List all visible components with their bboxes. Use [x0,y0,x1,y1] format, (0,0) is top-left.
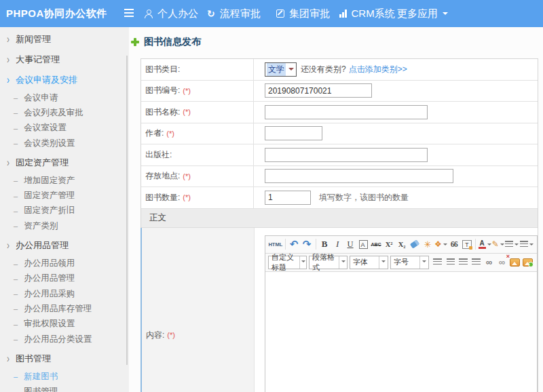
highlight-color-button[interactable]: ✎ [492,237,504,252]
chevron-right-icon: › [7,54,10,66]
redo-icon[interactable]: ↷ [301,237,313,252]
nav-workflow-approval[interactable]: ↻ 流程审批 [207,0,261,27]
nav-group-approval[interactable]: 集团审批 [276,0,330,27]
sidebar-item-supplies-category[interactable]: –办公用品分类设置 [0,332,129,347]
sidebar-group-office-supplies[interactable]: ›办公用品管理 [0,235,129,256]
dash-icon: – [14,305,18,313]
strikethrough-button[interactable]: ABC [371,237,382,252]
page-title: 图书信息发布 [131,36,201,48]
sidebar-group-meeting[interactable]: ›会议申请及安排 [0,70,129,90]
sparkle-icon: ❖ [434,239,442,249]
editor-canvas[interactable] [265,272,537,392]
dash-icon: – [14,207,18,215]
auto-typeset-button[interactable]: ❖ [435,237,447,252]
form-row-book-name: 图书名称:(*) [141,102,538,123]
font-family-select[interactable]: 字体 [350,256,388,269]
sidebar-item-supplies-stock[interactable]: –办公用品库存管理 [0,301,129,316]
sidebar-group-fixed-assets[interactable]: ›固定资产管理 [0,153,129,173]
sidebar-item-asset-category[interactable]: –资产类别 [0,218,129,233]
sidebar-item-meeting-category[interactable]: –会议类别设置 [0,136,129,151]
caret-down-icon [443,243,447,248]
sidebar-scrollbar[interactable] [126,56,128,365]
dash-icon: – [14,222,18,230]
book-name-input[interactable] [265,105,428,119]
nav-crm-system[interactable]: CRM系统 [339,0,395,27]
undo-icon[interactable]: ↶ [288,237,300,252]
chevron-right-icon: › [7,33,10,45]
add-category-link[interactable]: 点击添加类别>> [349,64,407,75]
blockquote-button[interactable]: 66 [448,237,460,252]
sidebar-item-book-manage[interactable]: –图书管理 [0,384,129,392]
align-right-icon[interactable] [457,255,469,270]
rich-text-editor: HTML ↶ ↷ B I U A ABC X² X₂ ✳ [265,235,538,392]
sidebar-item-new-book[interactable]: –新建图书 [0,369,129,384]
align-center-icon[interactable] [445,255,456,270]
unlink-icon[interactable]: ∞ [496,255,508,270]
dash-icon: – [14,260,18,268]
sidebar-group-books[interactable]: ›图书管理 [0,349,129,369]
align-left-icon[interactable] [432,255,443,270]
author-input[interactable] [265,126,322,140]
sidebar-item-approval-permission[interactable]: –审批权限设置 [0,317,129,332]
nav-label: CRM系统 [352,7,395,20]
unordered-list-button[interactable] [520,237,533,252]
sidebar-item-meeting-apply[interactable]: –会议申请 [0,90,129,105]
nav-more-apps[interactable]: 更多应用 [397,0,448,27]
paragraph-select[interactable]: 段落格式 [309,256,348,269]
sidebar-item-meeting-room[interactable]: –会议室设置 [0,121,129,136]
sidebar-item-supplies-manage[interactable]: –办公用品管理 [0,271,129,286]
publisher-input[interactable] [265,148,428,162]
form-row-book-number: 图书编号:(*) [141,81,538,102]
sidebar-group-news[interactable]: ›新闻管理 [0,29,129,50]
sidebar-item-asset-depreciation[interactable]: –固定资产折旧 [0,203,129,218]
superscript-button[interactable]: X² [383,237,395,252]
field-label: 作者: [145,128,164,139]
dash-icon: – [14,290,18,298]
align-justify-icon[interactable] [470,255,482,270]
dash-icon: – [14,109,18,117]
process-icon: ↻ [207,9,215,18]
section-header-body: 正文 [141,209,538,228]
paste-plain-text-button[interactable]: T [461,237,472,252]
sidebar-item-supplies-purchase[interactable]: –办公用品采购 [0,286,129,301]
location-input[interactable] [265,169,453,183]
italic-button[interactable]: I [332,237,343,252]
toolbar-separator [475,239,476,250]
insert-image-icon[interactable] [509,255,521,270]
hamburger-menu-icon[interactable] [124,9,134,18]
category-select[interactable]: 文学 [265,62,297,77]
bold-button[interactable]: B [319,237,331,252]
underline-button[interactable]: U [345,237,356,252]
link-icon[interactable]: ∞ [483,255,495,270]
font-color-button[interactable]: A [479,237,491,252]
font-border-button[interactable]: A [359,240,368,249]
nav-personal-office[interactable]: 个人办公 [144,0,198,27]
caret-down-icon [443,12,448,18]
ordered-list-button[interactable] [505,237,519,252]
dash-icon: – [14,124,18,132]
editor-toolbar-row1: HTML ↶ ↷ B I U A ABC X² X₂ ✳ [265,236,537,254]
heading-select[interactable]: 自定义标题 [268,256,307,269]
edit-box-icon [276,9,284,18]
book-number-input[interactable] [265,83,372,98]
toolbar-separator [316,239,316,250]
upload-image-icon[interactable] [522,255,533,270]
content-editor-cell: HTML ↶ ↷ B I U A ABC X² X₂ ✳ [255,228,538,392]
category-select-value: 文学 [267,63,286,76]
subscript-button[interactable]: X₂ [396,237,408,252]
sidebar-item-meeting-list[interactable]: –会议列表及审批 [0,105,129,120]
content-label-cell: 内容:(*) [142,228,255,392]
sidebar-item-asset-manage[interactable]: –固定资产管理 [0,188,129,203]
sidebar-item-supplies-use[interactable]: –办公用品领用 [0,256,129,271]
quantity-input[interactable] [265,191,311,205]
remove-format-icon[interactable]: ✳ [422,237,434,252]
sidebar-group-events[interactable]: ›大事记管理 [0,50,129,70]
chevron-right-icon: › [7,157,10,169]
eraser-icon[interactable] [409,237,421,252]
chevron-right-icon: › [7,74,10,86]
chevron-right-icon: › [7,353,10,365]
required-marker: (*) [183,193,191,201]
html-source-button[interactable]: HTML [269,237,282,252]
sidebar-item-add-asset[interactable]: –增加固定资产 [0,173,129,188]
font-size-select[interactable]: 字号 [390,256,429,269]
